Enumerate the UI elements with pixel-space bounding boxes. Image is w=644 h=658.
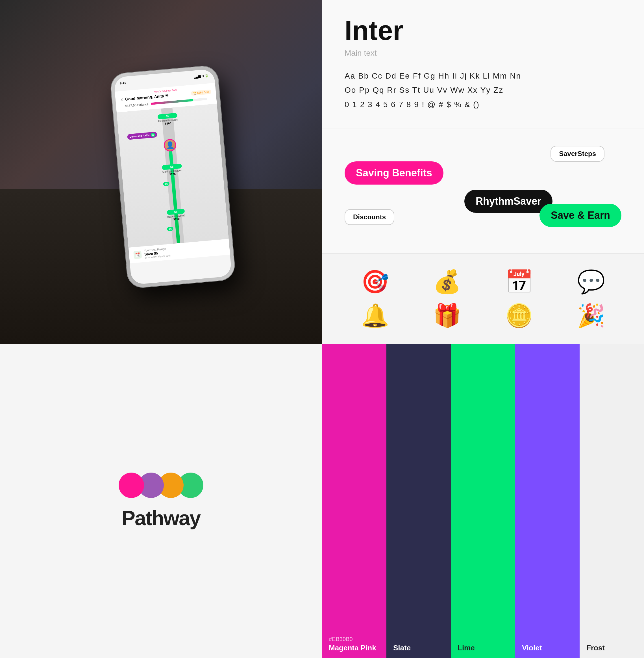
phone-content: Anita's Savings Path ✕ Good Morning, Ani…: [114, 69, 232, 285]
swatch-label-magenta: #EB30B0 Magenta Pink: [322, 630, 386, 658]
alphabet-row-1: Aa Bb Cc Dd Ee Ff Gg Hh Ii Jj Kk Ll Mm N…: [345, 69, 621, 83]
icons-panel: 🎯 💰 📅 💬 🔔 🎁 🪙 🎉: [322, 254, 644, 344]
target-icon: 🎯: [345, 270, 405, 293]
swatch-magenta: #EB30B0 Magenta Pink: [322, 344, 386, 658]
swatch-label-slate: Slate: [386, 638, 451, 658]
raffle-label: Upcoming Raffle: [129, 134, 150, 138]
map-area: Upcoming Raffle $5 👤 $5 Flexible Finance…: [117, 104, 229, 247]
pledge-icon: 📅: [133, 250, 142, 259]
party-icon: 🎉: [561, 304, 621, 327]
alphabet-row-2: Oo Pp Qq Rr Ss Tt Uu Vv Ww Xx Yy Zz: [345, 83, 621, 97]
swatch-name-slate: Slate: [393, 643, 444, 652]
close-icon: ✕: [120, 97, 123, 102]
swatch-lime: Lime: [451, 344, 515, 658]
phone-time: 9:41: [120, 81, 126, 85]
chat-check-icon: 💬: [561, 270, 621, 293]
swatch-hex-magenta: #EB30B0: [329, 636, 380, 642]
bell-money-icon: 🔔: [345, 304, 405, 327]
swatch-name-magenta: Magenta Pink: [329, 643, 380, 652]
phone-frame: 9:41 ▂▄▆ ⊙ 🔋 Anita's Savings Path ✕ Good…: [110, 65, 235, 288]
progress-fill: [151, 99, 193, 105]
tag-saving-benefits: Saving Benefits: [345, 161, 443, 184]
goal-badge: 🏆 $250 Goal: [191, 89, 211, 95]
balance-amount: $187.50 Balance: [125, 102, 148, 108]
logo-circle-pink: [119, 473, 144, 498]
tags-area: SaverSteps Saving Benefits RhythmSaver D…: [345, 146, 621, 236]
swatch-slate: Slate: [386, 344, 451, 658]
font-description: Main text: [345, 49, 621, 58]
swatch-top-violet: [515, 344, 580, 638]
swatch-name-violet: Violet: [522, 643, 573, 652]
money-bag-icon: 💰: [417, 270, 477, 293]
milestone-1: $5 Flexible Finances $200: [157, 113, 178, 126]
milestone-2: $5 Making it Happen $175: [162, 163, 182, 176]
side-badge-2: $5: [167, 227, 174, 231]
calendar-icon: 📅: [489, 270, 549, 293]
tag-discounts: Discounts: [345, 209, 394, 225]
phone-section: 9:41 ▂▄▆ ⊙ 🔋 Anita's Savings Path ✕ Good…: [0, 0, 322, 344]
color-swatches: #EB30B0 Magenta Pink Slate Lime Violet: [322, 344, 644, 658]
font-name: Inter: [345, 17, 621, 44]
tag-rhythm-saver: RhythmSaver: [464, 190, 552, 213]
tag-saver-steps: SaverSteps: [551, 146, 604, 162]
logo-circles: [119, 473, 203, 498]
logo-section: Pathway: [0, 344, 322, 658]
pledge-info: Your Next Pledge Save $5 by Sunday, Marc…: [144, 247, 171, 259]
swatch-top-slate: [386, 344, 451, 638]
gift-money-icon: 🎁: [417, 304, 477, 327]
alphabet-row-3: 0 1 2 3 4 5 6 7 8 9 ! @ # $ % & (): [345, 97, 621, 112]
swatch-violet: Violet: [515, 344, 580, 658]
icons-grid: 🎯 💰 📅 💬 🔔 🎁 🪙 🎉: [345, 270, 621, 327]
right-column: Inter Main text Aa Bb Cc Dd Ee Ff Gg Hh …: [322, 0, 644, 344]
swatch-name-frost: Frost: [586, 643, 637, 652]
dollar-check-icon: 🪙: [489, 304, 549, 327]
phone-wrapper: 9:41 ▂▄▆ ⊙ 🔋 Anita's Savings Path ✕ Good…: [110, 65, 235, 288]
phone-screen: 9:41 ▂▄▆ ⊙ 🔋 Anita's Savings Path ✕ Good…: [114, 69, 232, 285]
milestone-3: $5 Basics Covered $150: [167, 209, 185, 221]
swatch-label-frost: Frost: [580, 638, 644, 658]
swatch-top-frost: [580, 344, 644, 638]
logo-text: Pathway: [122, 506, 200, 530]
swatch-frost: Frost: [580, 344, 644, 658]
swatch-label-violet: Violet: [515, 638, 580, 658]
tag-save-earn: Save & Earn: [539, 204, 621, 227]
swatch-top-magenta: [322, 344, 386, 630]
tags-panel: SaverSteps Saving Benefits RhythmSaver D…: [322, 129, 644, 254]
main-grid: 9:41 ▂▄▆ ⊙ 🔋 Anita's Savings Path ✕ Good…: [0, 0, 644, 658]
swatch-label-lime: Lime: [451, 638, 515, 658]
raffle-dot: $5: [151, 133, 155, 137]
swatch-top-lime: [451, 344, 515, 638]
swatch-name-lime: Lime: [458, 643, 508, 652]
typography-panel: Inter Main text Aa Bb Cc Dd Ee Ff Gg Hh …: [322, 0, 644, 129]
side-badge-1: $5: [163, 181, 170, 186]
